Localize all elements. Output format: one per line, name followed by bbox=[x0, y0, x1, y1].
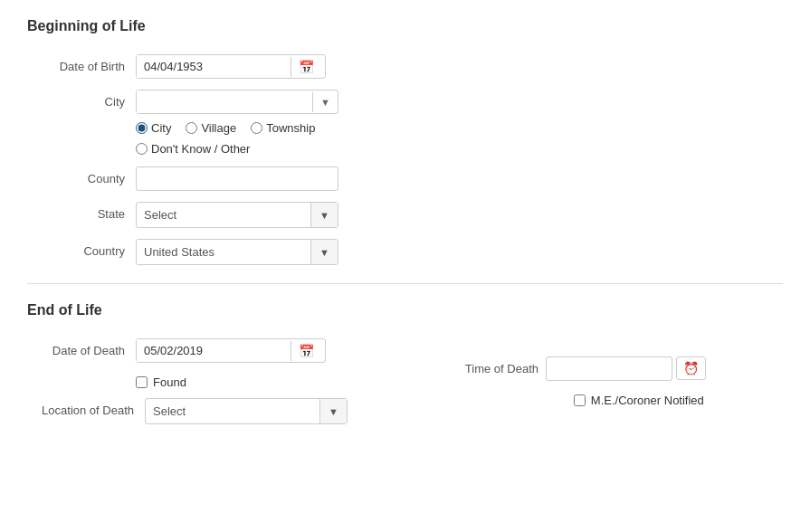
radio-township-label: Township bbox=[266, 121, 315, 135]
date-of-death-calendar-icon[interactable]: 📅 bbox=[291, 341, 321, 361]
city-input[interactable] bbox=[137, 90, 312, 113]
me-coroner-checkbox-label[interactable]: M.E./Coroner Notified bbox=[574, 394, 704, 407]
country-dropdown[interactable]: United States Canada United Kingdom ▼ bbox=[136, 239, 338, 265]
found-checkbox-label[interactable]: Found bbox=[136, 375, 186, 389]
radio-village-input[interactable] bbox=[186, 122, 197, 134]
date-of-death-field[interactable]: 📅 bbox=[136, 338, 326, 363]
county-label: County bbox=[27, 166, 136, 185]
city-dropdown[interactable]: ▼ bbox=[136, 90, 338, 114]
time-clock-icon[interactable]: ⏰ bbox=[676, 356, 706, 380]
time-of-death-row: Time of Death ⏰ bbox=[465, 356, 706, 381]
beginning-of-life-section: Beginning of Life Date of Birth 📅 City ▼… bbox=[27, 18, 783, 265]
city-control-group: ▼ City Village Township Don't Know / Ot bbox=[136, 90, 444, 156]
section-divider bbox=[27, 283, 783, 284]
location-of-death-label: Location of Death bbox=[27, 398, 145, 417]
date-of-birth-input[interactable] bbox=[137, 55, 291, 78]
city-type-radio-group: City Village Township Don't Know / Other bbox=[136, 121, 444, 156]
date-of-birth-field[interactable]: 📅 bbox=[136, 54, 326, 79]
me-coroner-row: M.E./Coroner Notified bbox=[465, 390, 706, 407]
date-of-death-input[interactable] bbox=[137, 339, 291, 362]
city-dropdown-arrow[interactable]: ▼ bbox=[312, 92, 338, 112]
radio-township[interactable]: Township bbox=[251, 121, 315, 135]
radio-dontknow-input[interactable] bbox=[136, 143, 148, 155]
end-of-life-row: Date of Death 📅 Found Location of Death bbox=[27, 338, 706, 424]
beginning-of-life-title: Beginning of Life bbox=[27, 18, 783, 40]
end-of-life-section: End of Life Date of Death 📅 Found bbox=[27, 302, 783, 424]
end-of-life-title: End of Life bbox=[27, 302, 783, 324]
found-label: Found bbox=[153, 375, 186, 389]
country-row: Country United States Canada United King… bbox=[27, 239, 783, 265]
eol-left-col: Date of Death 📅 Found Location of Death bbox=[27, 338, 348, 424]
eol-right-col: Time of Death ⏰ M.E./Coroner Notified bbox=[465, 356, 706, 407]
radio-dontknow[interactable]: Don't Know / Other bbox=[136, 142, 444, 156]
location-of-death-select[interactable]: Select Hospital Home bbox=[146, 399, 347, 423]
county-input[interactable] bbox=[136, 166, 338, 191]
time-input-group: ⏰ bbox=[546, 356, 706, 381]
location-of-death-dropdown[interactable]: Select Hospital Home ▼ bbox=[145, 398, 348, 424]
found-row: Found bbox=[27, 372, 348, 389]
radio-dontknow-label: Don't Know / Other bbox=[151, 142, 250, 156]
location-of-death-row: Location of Death Select Hospital Home ▼ bbox=[27, 398, 348, 424]
country-select[interactable]: United States Canada United Kingdom bbox=[137, 240, 338, 264]
date-of-birth-row: Date of Birth 📅 bbox=[27, 54, 783, 79]
radio-city-label: City bbox=[151, 121, 171, 135]
city-row: City ▼ City Village Township bbox=[27, 90, 783, 156]
date-of-death-row: Date of Death 📅 bbox=[27, 338, 348, 363]
time-of-death-input[interactable] bbox=[546, 356, 672, 381]
date-of-death-label: Date of Death bbox=[27, 338, 136, 357]
city-label: City bbox=[27, 90, 136, 109]
radio-village[interactable]: Village bbox=[186, 121, 236, 135]
county-row: County bbox=[27, 166, 783, 191]
state-row: State Select Alabama Alaska California ▼ bbox=[27, 202, 783, 228]
date-of-birth-label: Date of Birth bbox=[27, 54, 136, 73]
radio-city[interactable]: City bbox=[136, 121, 171, 135]
me-coroner-checkbox[interactable] bbox=[574, 394, 586, 406]
me-coroner-label: M.E./Coroner Notified bbox=[591, 394, 704, 407]
state-select[interactable]: Select Alabama Alaska California bbox=[137, 203, 338, 227]
time-of-death-label: Time of Death bbox=[465, 362, 538, 375]
radio-village-label: Village bbox=[201, 121, 236, 135]
state-label: State bbox=[27, 202, 136, 221]
radio-township-input[interactable] bbox=[251, 122, 262, 134]
radio-city-input[interactable] bbox=[136, 122, 148, 134]
found-checkbox[interactable] bbox=[136, 376, 148, 388]
date-of-birth-calendar-icon[interactable]: 📅 bbox=[291, 57, 321, 77]
state-dropdown[interactable]: Select Alabama Alaska California ▼ bbox=[136, 202, 338, 228]
country-label: Country bbox=[27, 239, 136, 258]
